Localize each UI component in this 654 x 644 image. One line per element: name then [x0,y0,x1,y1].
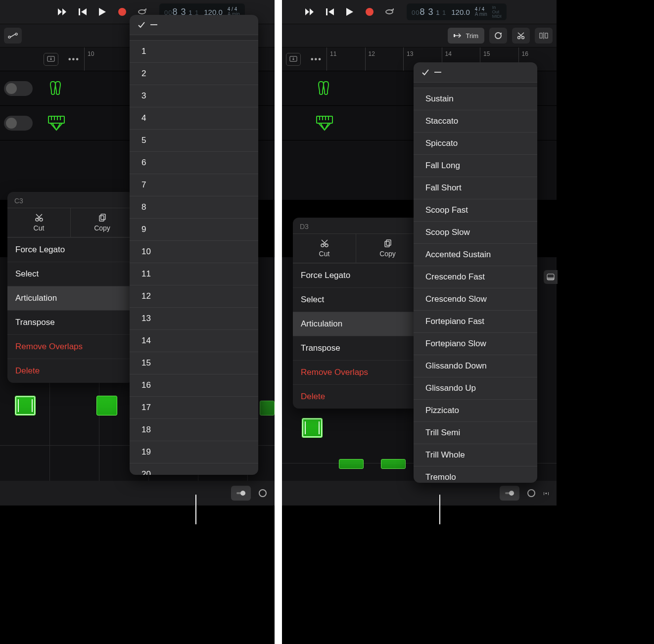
articulation-option[interactable]: Scoop Slow [414,221,537,243]
articulation-option[interactable]: 4 [130,107,258,129]
articulation-option[interactable]: Glissando Up [414,377,537,399]
articulation-option[interactable]: 11 [130,263,258,285]
articulation-option[interactable]: 14 [130,329,258,352]
svg-point-2 [15,33,17,35]
articulation-option[interactable]: Fall Short [414,177,537,199]
articulation-option[interactable]: Fortepiano Fast [414,310,537,332]
dash-icon [150,24,157,25]
more-icon[interactable]: ••• [68,55,80,64]
velocity-slider-icon[interactable] [500,486,519,501]
articulation-option[interactable]: 10 [130,240,258,263]
track-toggle[interactable] [4,116,33,131]
midi-note[interactable] [381,459,406,469]
articulation-option[interactable]: Staccato [414,110,537,132]
articulation-dropdown: Sustain Staccato Spiccato Fall Long Fall… [414,62,537,483]
articulation-option[interactable]: 5 [130,129,258,151]
articulation-option[interactable]: 3 [130,85,258,107]
articulation-option[interactable]: 9 [130,218,258,240]
articulation-option[interactable]: Fortepiano Slow [414,332,537,355]
menu-item-transpose[interactable]: Transpose [293,336,419,360]
editor-toolbar: Trim [282,24,557,47]
copy-button[interactable]: Copy [356,234,419,263]
menu-item-transpose[interactable]: Transpose [7,310,134,334]
checkmark-icon [138,21,145,29]
play-icon[interactable] [97,6,108,17]
side-panel-toggle[interactable] [544,270,558,284]
articulation-option[interactable]: Fall Long [414,154,537,177]
record-button[interactable] [117,6,128,17]
svg-point-10 [240,491,245,496]
record-button[interactable] [364,6,375,17]
loop-icon[interactable] [489,28,507,44]
transport-bar: 008 3 1 1 120.0 4 / 4A min InOutMIDI [282,0,557,24]
scissors-icon[interactable] [512,28,530,44]
menu-item-select[interactable]: Select [7,262,134,286]
articulation-option[interactable]: Sustain [414,88,537,110]
articulation-option[interactable]: 18 [130,418,258,441]
menu-item-delete[interactable]: Delete [7,359,134,383]
menu-item-articulation[interactable]: Articulation [7,286,134,310]
velocity-slider-icon[interactable] [231,486,251,501]
articulation-option[interactable]: Glissando Down [414,355,537,377]
menu-item-force-legato[interactable]: Force Legato [7,237,134,262]
fast-forward-icon[interactable] [57,6,68,17]
articulation-option[interactable]: Accented Sustain [414,243,537,266]
articulation-option[interactable]: 15 [130,352,258,374]
cut-button[interactable]: Cut [7,208,70,237]
articulation-none[interactable] [414,62,537,83]
automation-icon[interactable] [4,28,22,44]
articulation-option[interactable]: 20 [130,463,258,475]
menu-item-select[interactable]: Select [293,287,419,312]
keyboard-icon [47,114,66,132]
strings-icon [47,80,64,97]
track-toggle[interactable] [4,81,33,96]
articulation-option[interactable]: Crescendo Fast [414,266,537,288]
caret-marker [439,495,440,524]
articulation-option[interactable]: Crescendo Slow [414,288,537,310]
menu-item-force-legato[interactable]: Force Legato [293,263,419,287]
articulation-option[interactable]: 12 [130,285,258,307]
midi-out-icon[interactable]: ı•ı [543,490,550,496]
dash-icon [434,72,441,73]
articulation-option[interactable]: Spiccato [414,132,537,154]
loop-icon[interactable] [526,488,536,498]
import-icon[interactable] [286,53,301,66]
midi-note[interactable] [96,396,117,415]
midi-note[interactable] [339,459,364,469]
midi-note[interactable] [15,396,36,415]
import-icon[interactable] [44,53,58,66]
split-icon[interactable] [535,28,553,44]
articulation-option[interactable]: Scoop Fast [414,199,537,221]
articulation-option[interactable]: 16 [130,374,258,396]
midi-note[interactable] [260,401,275,415]
midi-note[interactable] [302,418,323,438]
go-to-start-icon[interactable] [325,6,335,17]
articulation-option[interactable]: 7 [130,174,258,196]
articulation-none[interactable] [130,15,258,35]
loop-icon[interactable] [258,488,268,498]
articulation-option[interactable]: Trill Whole [414,444,537,466]
note-context-menu: C3 Cut Copy Force Legato Select Articula… [7,192,134,383]
cut-button[interactable]: Cut [293,234,356,263]
articulation-option[interactable]: Trill Semi [414,421,537,444]
play-icon[interactable] [344,6,355,17]
copy-button[interactable]: Copy [70,208,134,237]
articulation-option[interactable]: 2 [130,62,258,85]
articulation-option[interactable]: 8 [130,196,258,218]
more-icon[interactable]: ••• [311,55,322,64]
menu-item-articulation[interactable]: Articulation [293,312,419,336]
articulation-option[interactable]: Tremolo [414,466,537,483]
articulation-option[interactable]: 19 [130,441,258,463]
go-to-start-icon[interactable] [77,6,88,17]
articulation-option[interactable]: 1 [130,40,258,62]
menu-item-remove-overlaps[interactable]: Remove Overlaps [7,334,134,359]
trim-button[interactable]: Trim [448,28,484,44]
articulation-option[interactable]: 6 [130,151,258,174]
fast-forward-icon[interactable] [305,6,316,17]
menu-item-remove-overlaps[interactable]: Remove Overlaps [293,360,419,384]
articulation-option[interactable]: Pizzicato [414,399,537,421]
cycle-icon[interactable] [384,6,395,17]
menu-item-delete[interactable]: Delete [293,384,419,409]
articulation-option[interactable]: 17 [130,396,258,418]
articulation-option[interactable]: 13 [130,307,258,329]
